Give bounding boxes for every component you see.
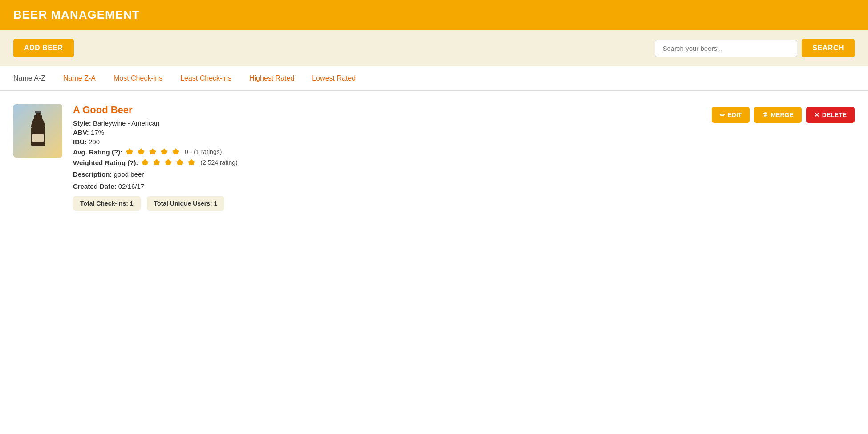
total-checkins-badge: Total Check-Ins: 1 [73,196,141,211]
svg-rect-1 [34,115,42,118]
sort-navigation: Name A-Z Name Z-A Most Check-ins Least C… [0,66,868,91]
page-header: BEER MANAGEMENT [0,0,868,30]
weighted-star-5 [187,158,196,167]
sort-name-az[interactable]: Name A-Z [13,74,45,82]
search-button[interactable]: SEARCH [802,39,855,57]
sort-name-za[interactable]: Name Z-A [63,74,96,82]
weighted-star-2 [152,158,161,167]
avg-rating-text: 0 - (1 ratings) [185,148,222,155]
avg-rating-label: Avg. Rating (?): [73,148,122,156]
weighted-star-4 [175,158,184,167]
beer-created-value: 02/16/17 [118,183,144,190]
avg-rating-row: Avg. Rating (?): [73,147,701,156]
avg-star-4 [160,147,169,156]
sort-least-checkins[interactable]: Least Check-ins [180,74,231,82]
beer-list: A Good Beer Style: Barleywine - American… [0,91,868,237]
sort-highest-rated[interactable]: Highest Rated [249,74,294,82]
weighted-star-1 [141,158,150,167]
avg-star-5 [171,147,180,156]
total-users-label: Total Unique Users: [154,200,212,207]
sort-lowest-rated[interactable]: Lowest Rated [312,74,356,82]
total-users-value: 1 [214,200,218,207]
page-title: BEER MANAGEMENT [13,8,140,21]
weighted-star-3 [164,158,173,167]
avg-star-3 [148,147,157,156]
add-beer-button[interactable]: ADD BEER [13,39,74,57]
beer-created-label: Created Date: [73,183,117,190]
beer-style-value: Barleywine - American [93,119,159,127]
beer-name: A Good Beer [73,104,701,116]
total-checkins-label: Total Check-Ins: [80,200,128,207]
search-area: SEARCH [655,39,855,57]
x-icon: ✕ [814,111,819,118]
search-input[interactable] [655,40,797,57]
toolbar: ADD BEER SEARCH [0,30,868,66]
weighted-rating-text: (2.524 rating) [200,159,237,166]
merge-icon: ⚗ [762,111,768,118]
beer-ibu-row: IBU: 200 [73,138,701,146]
beer-item: A Good Beer Style: Barleywine - American… [13,104,855,224]
avg-star-2 [137,147,146,156]
svg-rect-3 [32,134,44,142]
beer-ibu-value: 200 [89,138,100,146]
beer-description-value: good beer [114,170,144,178]
beer-ibu-label: IBU: [73,138,87,146]
beer-details: A Good Beer Style: Barleywine - American… [73,104,701,211]
delete-label: DELETE [822,111,847,118]
beer-description-label: Description: [73,170,112,178]
beer-image [13,104,62,158]
beer-description-row: Description: good beer [73,170,701,178]
action-buttons: ✏ EDIT ⚗ MERGE ✕ DELETE [712,104,855,123]
beer-abv-row: ABV: 17% [73,129,701,136]
edit-button[interactable]: ✏ EDIT [712,107,750,123]
beer-style-row: Style: Barleywine - American [73,119,701,127]
merge-label: MERGE [771,111,793,118]
delete-button[interactable]: ✕ DELETE [806,107,855,123]
pencil-icon: ✏ [720,111,725,118]
avg-star-1 [125,147,134,156]
beer-created-row: Created Date: 02/16/17 [73,183,701,190]
weighted-rating-label: Weighted Rating (?): [73,159,138,166]
sort-most-checkins[interactable]: Most Check-ins [114,74,162,82]
edit-label: EDIT [728,111,742,118]
total-checkins-value: 1 [130,200,134,207]
merge-button[interactable]: ⚗ MERGE [754,107,801,123]
total-users-badge: Total Unique Users: 1 [147,196,225,211]
beer-abv-label: ABV: [73,129,89,136]
beer-bottle-icon [26,111,50,151]
stats-row: Total Check-Ins: 1 Total Unique Users: 1 [73,196,701,211]
beer-style-label: Style: [73,119,91,127]
svg-rect-4 [35,111,41,113]
beer-abv-value: 17% [91,129,104,136]
weighted-rating-row: Weighted Rating (?): [73,158,701,167]
